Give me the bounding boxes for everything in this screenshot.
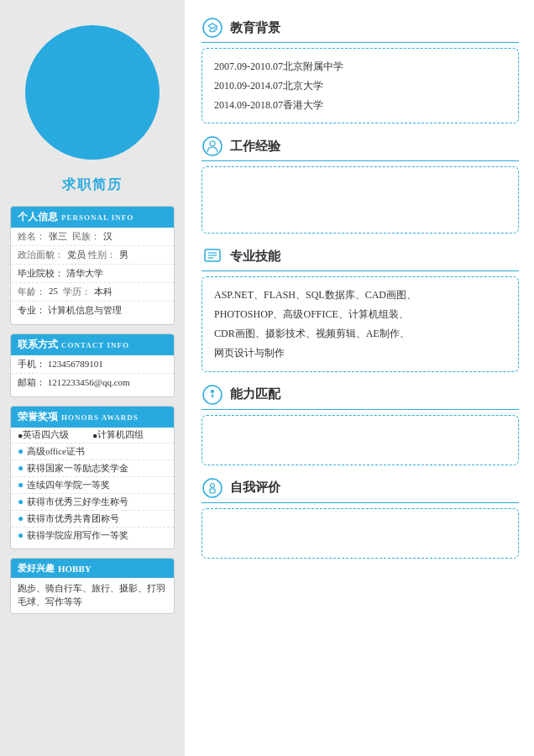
personal-info-title-en: PERSONAL INFO: [61, 213, 134, 222]
personal-info-title-zh: 个人信息: [18, 210, 58, 224]
svg-rect-12: [210, 489, 215, 493]
skills-line-2: PHOTOSHOP、高级OFFICE、计算机组装、: [214, 305, 506, 324]
hobby-content: 跑步、骑自行车、旅行、摄影、打羽毛球、写作等等: [11, 578, 174, 613]
awards-item-6: ● 获得市优秀三好学生称号: [11, 494, 174, 511]
education-icon: [202, 17, 223, 39]
personal-major-row: 专业： 计算机信息与管理: [11, 302, 174, 319]
hobby-title-en: HOBBY: [58, 564, 92, 574]
ability-section: 能力匹配: [202, 384, 519, 465]
bullet-4: ●: [18, 462, 24, 475]
edu-value: 本科: [94, 286, 113, 298]
hobby-section: 爱好兴趣 HOBBY 跑步、骑自行车、旅行、摄影、打羽毛球、写作等等: [10, 558, 175, 614]
work-box: [202, 166, 519, 234]
selfeval-section: 自我评价: [202, 477, 519, 559]
work-header: 工作经验: [202, 135, 519, 161]
personal-info-section: 个人信息 PERSONAL INFO 姓名： 张三 民族： 汉 政治面貌： 党员…: [10, 206, 175, 325]
awards-item-7: ● 获得市优秀共青团称号: [11, 511, 174, 528]
hobby-title-zh: 爱好兴趣: [18, 562, 55, 575]
awards-row-two: ● 英语四六级 ● 计算机四组: [11, 428, 174, 444]
bullet-6: ●: [18, 496, 24, 508]
personal-name-row: 姓名： 张三 民族： 汉: [11, 228, 174, 246]
bullet-3: ●: [18, 445, 24, 458]
skills-title: 专业技能: [230, 249, 280, 265]
svg-point-9: [211, 390, 214, 393]
awards-item-3: ● 高级office证书: [11, 444, 174, 460]
work-icon: [202, 135, 223, 157]
age-value: 25: [49, 286, 58, 298]
bullet-5: ●: [18, 479, 24, 491]
gender-label: 性别：: [88, 249, 116, 261]
awards-title-zh: 荣誉奖项: [18, 410, 58, 424]
edu-entry-3: 2014.09-2018.07香港大学: [214, 96, 506, 115]
edu-entry-2: 2010.09-2014.07北京大学: [214, 76, 506, 96]
school-label: 毕业院校：: [18, 268, 64, 278]
selfeval-header: 自我评价: [202, 477, 519, 503]
contact-phone-row: 手机： 123456789101: [11, 355, 174, 374]
education-section: 教育背景 2007.09-2010.07北京附属中学 2010.09-2014.…: [202, 17, 519, 123]
awards-item-4: ● 获得国家一等励志奖学金: [11, 460, 174, 477]
awards-item-1: 英语四六级: [23, 429, 69, 441]
major-label: 专业：: [18, 305, 45, 315]
contact-section: 联系方式 CONTACT INFO 手机： 123456789101 邮箱： 1…: [10, 333, 175, 397]
edu-label: 学历：: [63, 286, 91, 298]
education-box: 2007.09-2010.07北京附属中学 2010.09-2014.07北京大…: [202, 48, 519, 123]
email-label: 邮箱：: [18, 377, 45, 387]
politics-label: 政治面貌：: [18, 249, 64, 261]
resume-title: 求职简历: [62, 176, 123, 194]
skills-icon: [202, 245, 223, 267]
contact-header: 联系方式 CONTACT INFO: [11, 334, 174, 355]
education-title: 教育背景: [230, 20, 280, 36]
awards-col-1: ● 英语四六级: [18, 429, 92, 441]
awards-header: 荣誉奖项 HONORS AWARDS: [11, 407, 174, 428]
name-label: 姓名：: [18, 230, 45, 243]
ability-header: 能力匹配: [202, 384, 519, 410]
personal-info-header: 个人信息 PERSONAL INFO: [11, 207, 174, 228]
svg-point-3: [210, 141, 215, 146]
work-section: 工作经验: [202, 135, 519, 234]
awards-section: 荣誉奖项 HONORS AWARDS ● 英语四六级 ● 计算机四组 ● 高级o…: [10, 406, 175, 549]
contact-title-en: CONTACT INFO: [61, 341, 129, 349]
major-value: 计算机信息与管理: [48, 305, 122, 315]
selfeval-box: [202, 508, 519, 559]
work-title: 工作经验: [230, 139, 280, 155]
personal-school-row: 毕业院校： 清华大学: [11, 265, 174, 283]
education-header: 教育背景: [202, 17, 519, 43]
politics-value: 党员: [67, 249, 86, 261]
phone-label: 手机：: [18, 359, 45, 369]
avatar-area: [25, 25, 160, 160]
main-content: 教育背景 2007.09-2010.07北京附属中学 2010.09-2014.…: [185, 0, 534, 756]
ethnicity-label: 民族：: [72, 230, 100, 243]
contact-email-row: 邮箱： 1212233456@qq.com: [11, 374, 174, 391]
skills-header: 专业技能: [202, 245, 519, 271]
skills-line-4: 网页设计与制作: [214, 344, 506, 363]
avatar-circle: [25, 25, 160, 160]
sidebar: 求职简历 个人信息 PERSONAL INFO 姓名： 张三 民族： 汉 政治面…: [0, 0, 185, 756]
svg-point-11: [211, 483, 215, 487]
ability-title: 能力匹配: [230, 386, 280, 402]
ethnicity-value: 汉: [103, 230, 113, 243]
bullet-7: ●: [18, 512, 24, 525]
phone-value: 123456789101: [48, 359, 103, 369]
awards-title-en: HONORS AWARDS: [61, 413, 139, 422]
ability-box: [202, 415, 519, 465]
ability-icon: [202, 384, 223, 406]
personal-politics-row: 政治面貌： 党员 性别： 男: [11, 246, 174, 265]
name-value: 张三: [49, 230, 67, 243]
selfeval-icon: [202, 477, 223, 499]
selfeval-title: 自我评价: [230, 480, 280, 496]
contact-title-zh: 联系方式: [18, 338, 58, 352]
hobby-header: 爱好兴趣 HOBBY: [11, 559, 174, 578]
awards-col-2: ● 计算机四组: [92, 429, 167, 441]
edu-entry-1: 2007.09-2010.07北京附属中学: [214, 57, 506, 76]
age-label: 年龄：: [18, 286, 45, 298]
skills-line-1: ASP.NET、FLASH、SQL数据库、CAD画图、: [214, 286, 506, 305]
awards-item-8: ● 获得学院应用写作一等奖: [11, 528, 174, 543]
skills-section: 专业技能 ASP.NET、FLASH、SQL数据库、CAD画图、 PHOTOSH…: [202, 245, 519, 371]
skills-box: ASP.NET、FLASH、SQL数据库、CAD画图、 PHOTOSHOP、高级…: [202, 276, 519, 371]
resume-page: 求职简历 个人信息 PERSONAL INFO 姓名： 张三 民族： 汉 政治面…: [0, 0, 534, 756]
gender-value: 男: [119, 249, 128, 261]
email-value: 1212233456@qq.com: [48, 377, 130, 387]
awards-item-5: ● 连续四年学院一等奖: [11, 477, 174, 494]
bullet-8: ●: [18, 529, 24, 542]
school-value: 清华大学: [66, 268, 103, 278]
